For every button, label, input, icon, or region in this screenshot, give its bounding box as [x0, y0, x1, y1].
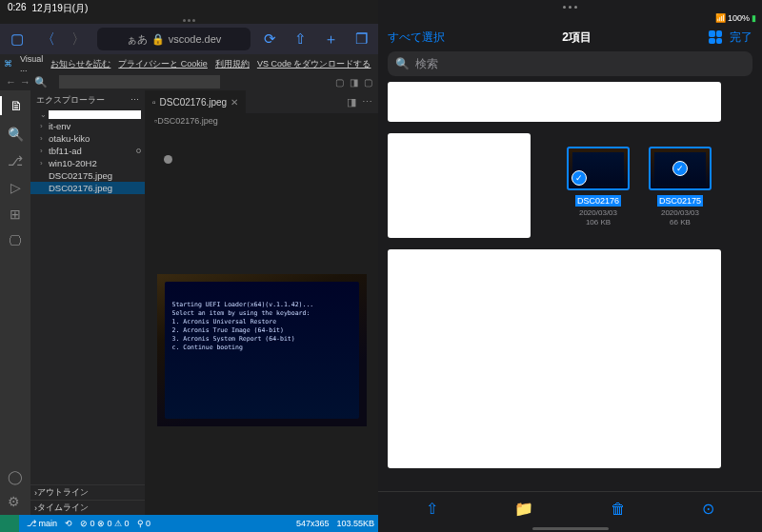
- battery-icon: ▮: [752, 13, 756, 23]
- status-time: 0:26: [8, 2, 26, 15]
- split-icon[interactable]: ◨: [347, 96, 356, 108]
- url-text: vscode.dev: [169, 33, 222, 45]
- tree-item[interactable]: ›it-env: [30, 120, 145, 132]
- status-date: 12月19日(月): [31, 2, 88, 15]
- select-all-button[interactable]: すべて選択: [388, 30, 445, 46]
- redacted-block: [388, 133, 531, 238]
- redacted-block: [388, 249, 721, 468]
- cmd-fwd[interactable]: →: [20, 76, 30, 88]
- activity-search[interactable]: 🔍: [8, 127, 24, 142]
- loading-dot: [164, 155, 172, 164]
- tab-close[interactable]: ✕: [231, 97, 238, 108]
- folder-icon[interactable]: 📁: [514, 500, 533, 518]
- status-size: 103.55KB: [336, 519, 374, 528]
- status-problems[interactable]: ⊘ 0 ⊗ 0 ⚠ 0: [80, 519, 130, 528]
- status-branch[interactable]: ⎇ main: [27, 519, 57, 528]
- redacted-block: [388, 82, 721, 122]
- section-outline[interactable]: ›アウトライン: [30, 484, 145, 500]
- status-dim: 547x365: [296, 519, 330, 528]
- more-icon[interactable]: ⊙: [702, 500, 714, 518]
- explorer-title: エクスプローラー: [36, 94, 105, 107]
- activity-account[interactable]: ◯: [8, 469, 23, 484]
- sidebar-toggle-icon[interactable]: ▢: [6, 28, 29, 50]
- done-button[interactable]: 完了: [730, 30, 752, 46]
- file-thumb[interactable]: ✓DSC021752020/03/0366 KB: [649, 147, 712, 227]
- search-field[interactable]: 🔍 検索: [388, 51, 752, 76]
- link-terms[interactable]: 利用規約: [215, 58, 250, 70]
- link-privacy[interactable]: プライバシーと Cookie: [118, 58, 208, 70]
- activity-scm[interactable]: ⎇: [8, 153, 23, 168]
- multitask-dots-right[interactable]: [378, 0, 762, 13]
- app-title: Visual ...: [20, 54, 43, 73]
- share-button[interactable]: ⇧: [289, 28, 311, 50]
- cmd-search-icon: 🔍: [34, 76, 48, 89]
- breadcrumb[interactable]: DSC02176.jpeg: [157, 116, 218, 126]
- command-input[interactable]: [59, 75, 220, 89]
- file-thumb[interactable]: ✓DSC021762020/03/03106 KB: [567, 147, 630, 227]
- activity-remote[interactable]: 🖵: [9, 233, 22, 248]
- tree-item[interactable]: ›win10-20H2: [30, 157, 145, 169]
- section-timeline[interactable]: ›タイムライン: [30, 500, 145, 515]
- share-icon[interactable]: ⇧: [426, 500, 438, 518]
- activity-settings[interactable]: ⚙: [8, 494, 23, 509]
- wifi-icon: 📶: [715, 13, 726, 23]
- tree-item[interactable]: DSC02176.jpeg: [30, 182, 145, 194]
- reload-button[interactable]: ⟳: [258, 28, 281, 50]
- view-grid-icon[interactable]: [709, 30, 722, 44]
- multitask-dots[interactable]: [0, 19, 378, 22]
- link-download[interactable]: VS Code をダウンロードする: [257, 58, 371, 70]
- vscode-icon: ⌘: [4, 59, 12, 69]
- battery-pct: 100%: [728, 13, 750, 23]
- more-icon[interactable]: ▢: [364, 77, 372, 88]
- explorer-more[interactable]: ⋯: [130, 95, 139, 105]
- link-news[interactable]: お知らせを読む: [50, 58, 110, 70]
- home-indicator[interactable]: [532, 527, 609, 530]
- trash-icon[interactable]: 🗑: [611, 501, 626, 518]
- item-count: 2項目: [445, 30, 709, 46]
- new-tab-button[interactable]: ＋: [319, 28, 342, 50]
- back-button[interactable]: 〈: [36, 28, 59, 50]
- tab-more[interactable]: ⋯: [362, 96, 372, 108]
- editor-tab[interactable]: ▫ DSC02176.jpeg ✕: [145, 90, 246, 113]
- file-icon: ▫: [152, 97, 156, 108]
- search-icon: 🔍: [395, 57, 410, 70]
- reader-aa[interactable]: ぁあ: [127, 32, 148, 47]
- tree-item[interactable]: ›tbf11-ad: [30, 145, 145, 157]
- panel-icon[interactable]: ◨: [350, 77, 358, 88]
- cmd-back[interactable]: ←: [6, 76, 16, 88]
- tabs-button[interactable]: ❐: [350, 28, 372, 50]
- image-preview: Starting UEFI Loader(x64)(v.1.1.42)... S…: [157, 274, 367, 426]
- activity-debug[interactable]: ▷: [10, 180, 21, 195]
- status-ports[interactable]: ⚲ 0: [137, 519, 151, 528]
- activity-extensions[interactable]: ⊞: [10, 207, 21, 222]
- forward-button: 〉: [67, 28, 90, 50]
- activity-explorer[interactable]: 🗎: [0, 96, 30, 115]
- lock-icon: 🔒: [151, 33, 165, 46]
- status-sync[interactable]: ⟲: [65, 519, 72, 528]
- search-placeholder: 検索: [415, 56, 438, 72]
- tree-item[interactable]: ›otaku-kiko: [30, 132, 145, 145]
- tree-root[interactable]: ⌄: [30, 109, 145, 120]
- url-bar[interactable]: ぁあ 🔒 vscode.dev: [97, 28, 251, 50]
- layout-icon[interactable]: ▢: [335, 77, 344, 88]
- tree-item[interactable]: DSC02175.jpeg: [30, 169, 145, 182]
- photo-text: Starting UEFI Loader(x64)(v.1.1.42)... S…: [172, 301, 314, 353]
